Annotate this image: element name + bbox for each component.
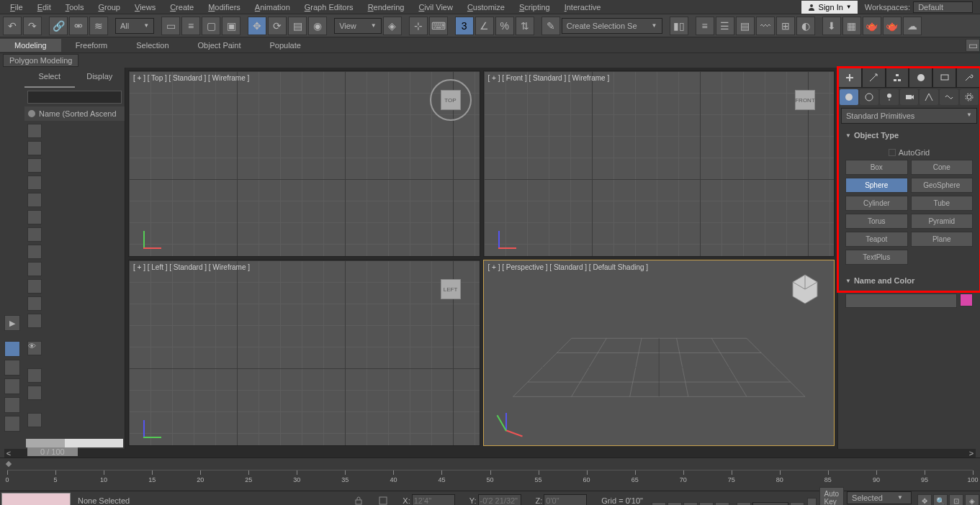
object-btn-box[interactable]: Box [845,160,908,175]
select-manipulate-button[interactable]: ⊹ [409,17,428,35]
select-rect-button[interactable]: ▢ [202,17,220,35]
render-cloud-button[interactable]: ☁ [903,17,922,35]
mirror-button[interactable]: ▮▯ [670,17,688,35]
prev-frame-button[interactable]: ◀| [667,502,682,506]
layout-alt1-button[interactable] [4,360,20,376]
object-btn-cylinder[interactable]: Cylinder [845,196,908,211]
object-btn-cone[interactable]: Cone [911,160,974,175]
layer-explorer-button[interactable]: ☰ [716,17,734,35]
viewport-perspective[interactable]: [ + ] [ Perspective ] [ Standard ] [ Def… [483,260,835,446]
cmd-tab-utilities[interactable] [956,68,980,88]
angle-snap-button[interactable]: ∠ [475,17,494,35]
time-slider-track[interactable]: < 0 / 100 > [4,449,976,458]
redo-button[interactable]: ↷ [23,17,42,35]
object-name-input[interactable] [845,294,957,308]
scene-menu-icon[interactable] [27,413,42,427]
object-btn-geosphere[interactable]: GeoSphere [911,178,974,193]
scene-object-list[interactable] [45,121,125,437]
coord-z-input[interactable] [544,494,587,505]
viewcube-left[interactable]: LEFT [429,268,472,311]
filter-spacewarps-icon[interactable] [27,210,42,224]
cmd-sub-systems[interactable] [960,89,979,105]
align-button[interactable]: ≡ [696,17,714,35]
display-none-icon[interactable] [27,368,42,383]
filter-cameras-icon[interactable] [27,176,42,190]
lock-icon[interactable] [354,496,364,505]
isolate-icon[interactable] [378,496,388,505]
layout-alt3-button[interactable] [4,397,20,413]
filter-hidden-icon[interactable] [27,314,42,328]
window-crossing-button[interactable]: ▣ [222,17,240,35]
frame-input[interactable] [752,502,788,506]
menu-animation[interactable]: Animation [248,1,297,13]
cmd-tab-modify[interactable] [862,68,886,88]
layout-alt2-button[interactable] [4,378,20,394]
key-filter-dropdown[interactable]: Selected▼ [847,491,912,504]
render-production-button[interactable]: 🫖 [863,17,881,35]
object-btn-sphere[interactable]: Sphere [845,178,908,193]
bind-button[interactable]: ≋ [89,17,108,35]
scene-list-header[interactable]: Name (Sorted Ascend [24,106,125,121]
set-key-big-button[interactable]: + [807,498,817,506]
use-pivot-button[interactable]: ◈ [383,17,402,35]
play-button[interactable]: ▶ [683,502,698,506]
cmd-sub-shapes[interactable] [860,89,878,105]
object-btn-torus[interactable]: Torus [845,214,908,229]
menu-group[interactable]: Group [91,1,127,13]
cmd-sub-helpers[interactable] [920,89,938,105]
rollout-name-color[interactable]: ▼Name and Color [841,273,977,288]
select-move-button[interactable]: ✥ [248,17,266,35]
ref-coord-dropdown[interactable]: View▼ [334,18,382,34]
menu-file[interactable]: File [3,1,30,13]
primitives-dropdown[interactable]: Standard Primitives▼ [841,108,977,124]
curve-editor-button[interactable]: 〰 [756,17,775,35]
filter-xrefs-icon[interactable] [27,245,42,259]
scene-hscroll[interactable] [26,439,123,447]
viewport-left[interactable]: [ + ] [ Left ] [ Standard ] [ Wireframe … [128,260,480,446]
viewcube-front[interactable]: FRONT [783,78,827,122]
ribbon-tab-populate[interactable]: Populate [255,39,315,52]
cmd-sub-spacewarps[interactable] [940,89,958,105]
select-object-button[interactable]: ▭ [161,17,180,35]
cmd-sub-geometry[interactable] [840,89,858,105]
menu-edit[interactable]: Edit [30,1,58,13]
workspaces-selector[interactable]: Workspaces: Default [860,1,977,13]
display-all-icon[interactable]: 👁 [27,341,42,355]
cmd-sub-cameras[interactable] [900,89,919,105]
goto-end-button[interactable]: ▶| [715,502,729,506]
filter-container-icon[interactable] [27,279,42,294]
menu-modifiers[interactable]: Modifiers [201,1,248,13]
goto-start-button[interactable]: |◀ [652,502,666,506]
time-config-button[interactable]: ⏲ [790,502,804,506]
percent-snap-button[interactable]: % [495,17,514,35]
select-place-button[interactable]: ◉ [308,17,327,35]
filter-lights-icon[interactable] [27,158,42,173]
object-color-swatch[interactable] [960,294,973,306]
cmd-tab-motion[interactable] [909,68,932,88]
key-mode-button[interactable]: ◀▶ [737,502,751,506]
macro-recorder-box[interactable] [1,493,71,505]
object-btn-tube[interactable]: Tube [911,196,974,211]
viewport-front[interactable]: [ + ] [ Front ] [ Standard ] [ Wireframe… [483,70,835,257]
nav-pan-button[interactable]: ✥ [917,494,932,506]
cmd-tab-create[interactable] [838,68,862,88]
cmd-tab-hierarchy[interactable] [886,68,909,88]
cmd-tab-display[interactable] [932,68,956,88]
layout-4view-button[interactable] [4,341,20,357]
ribbon-tab-modeling[interactable]: Modeling [0,39,61,52]
filter-bone-icon[interactable] [27,262,42,276]
named-selection-dropdown[interactable]: Create Selection Se▼ [562,18,662,34]
nav-zoom-extents-button[interactable]: ⊡ [949,494,963,506]
scene-tab-display[interactable]: Display [75,68,125,88]
object-btn-pyramid[interactable]: Pyramid [911,214,974,229]
viewcube-perspective[interactable] [783,268,827,311]
ribbon-tab-objectpaint[interactable]: Object Paint [184,39,256,52]
scene-search-input[interactable] [27,91,122,104]
select-name-button[interactable]: ≡ [181,17,200,35]
unlink-button[interactable]: ⚮ [69,17,88,35]
filter-shapes-icon[interactable] [27,141,42,155]
ribbon-chip-polygon-modeling[interactable]: Polygon Modeling [3,54,78,67]
viewport-top[interactable]: [ + ] [ Top ] [ Standard ] [ Wireframe ]… [128,70,480,257]
filter-helpers-icon[interactable] [27,193,42,207]
ribbon-expand-button[interactable]: ▭ [966,39,980,52]
